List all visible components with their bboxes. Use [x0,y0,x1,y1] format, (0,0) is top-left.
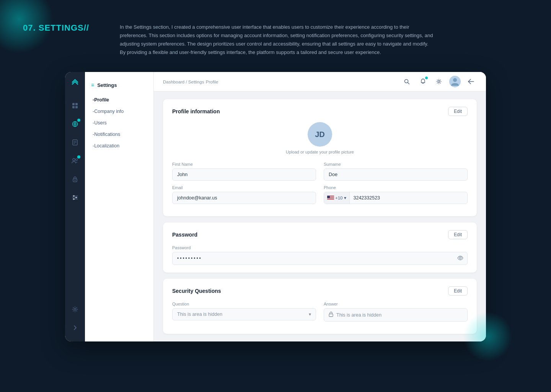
icon-sidebar [65,72,85,341]
svg-point-10 [73,158,75,161]
nav-icon-sliders[interactable] [68,191,82,204]
phone-number-input[interactable] [350,192,467,204]
phone-prefix: +10 [335,196,343,200]
svg-rect-35 [327,196,330,198]
profile-edit-button[interactable]: Edit [448,107,468,116]
password-edit-button[interactable]: Edit [448,230,468,239]
svg-point-18 [75,197,77,198]
nav-icon-document[interactable] [68,136,82,149]
avatar[interactable]: JD [308,122,332,147]
answer-group: Answer This is area is hidden [324,302,468,322]
password-wrapper: ••••••••• [172,252,468,265]
header-description: In the Settings section, I created a com… [120,23,434,57]
section-title: SETTINGS// [39,23,89,33]
settings-nav-company[interactable]: -Company info [85,106,153,117]
nav-icon-settings-bottom[interactable] [68,302,82,316]
svg-rect-3 [75,106,78,108]
svg-point-23 [438,81,440,83]
settings-sidebar-title: Settings [97,82,117,88]
svg-rect-33 [327,199,334,200]
bell-button[interactable] [417,76,429,87]
settings-header: ≡ Settings [85,78,153,94]
nav-icon-globe-badge [77,119,80,122]
nav-icon-users-badge [77,155,80,158]
bell-badge [425,77,428,79]
first-name-group: First Name [172,162,316,181]
top-bar: Dashboard / Settings Profile [154,72,486,91]
svg-rect-32 [327,199,334,199]
back-button[interactable] [465,76,477,87]
phone-dropdown-icon: ▾ [344,195,346,201]
nav-icon-grid[interactable] [68,99,82,113]
security-card-header: Security Questions Edit [172,286,468,296]
password-card: Password Edit Password ••••••••• [163,222,477,273]
phone-label: Phone [324,185,468,190]
section-number: 07. [23,23,36,33]
breadcrumb: Dashboard / Settings Profile [163,78,218,85]
security-row: Question This is area is hidden ▾ Answer [172,302,468,322]
question-select[interactable]: This is area is hidden [177,312,309,317]
surname-input[interactable] [324,168,468,181]
svg-point-17 [73,195,75,197]
settings-nav-users[interactable]: -Users [85,117,153,129]
svg-point-11 [76,159,78,161]
search-button[interactable] [401,76,412,87]
brand-icon [71,78,79,89]
surname-label: Surname [324,162,468,167]
first-name-label: First Name [172,162,316,167]
breadcrumb-path: Dashboard / Settings [163,80,204,84]
top-bar-actions [401,76,477,87]
surname-group: Surname [324,162,468,181]
answer-text: This is area is hidden [336,312,381,318]
nav-icon-globe[interactable] [68,117,82,131]
svg-point-20 [74,309,76,310]
svg-point-13 [75,180,76,181]
phone-flag-selector[interactable]: +10 ▾ [324,192,350,204]
answer-lock-icon [329,312,333,318]
password-label: Password [172,245,468,250]
svg-rect-0 [72,103,75,105]
first-name-input[interactable] [172,168,316,181]
user-avatar[interactable] [449,76,461,87]
contact-row: Email Phone [172,185,468,204]
security-card-title: Security Questions [172,288,221,294]
svg-rect-2 [72,106,75,108]
page-section-title: 07. SETTINGS// [23,23,89,33]
main-content: Dashboard / Settings Profile [154,72,486,341]
svg-rect-37 [329,314,333,317]
answer-wrapper: This is area is hidden [324,308,468,322]
password-toggle-icon[interactable] [453,252,467,265]
phone-group: Phone [324,185,468,204]
profile-info-card: Profile information Edit JD Upload or up… [163,99,477,216]
app-container: ≡ Settings -Profile -Company info -Users… [65,72,486,341]
question-group: Question This is area is hidden ▾ [172,302,316,322]
svg-point-25 [453,78,457,82]
breadcrumb-current: Profile [206,80,218,84]
settings-sidebar: ≡ Settings -Profile -Company info -Users… [85,72,154,341]
svg-rect-34 [327,200,334,201]
menu-icon: ≡ [91,82,94,88]
password-dots: ••••••••• [173,253,453,264]
svg-point-19 [73,198,75,200]
answer-label: Answer [324,302,468,306]
nav-icon-chevron-right[interactable] [68,321,82,335]
security-edit-button[interactable]: Edit [448,286,468,296]
settings-nav-localization[interactable]: -Localization [85,140,153,152]
email-label: Email [172,185,316,190]
settings-nav-notifications[interactable]: -Notifications [85,129,153,140]
email-group: Email [172,185,316,204]
svg-line-22 [408,82,409,84]
question-chevron-icon: ▾ [309,312,311,317]
gear-button[interactable] [433,76,445,87]
password-card-title: Password [172,232,197,238]
nav-icon-lock[interactable] [68,172,82,186]
settings-nav-profile[interactable]: -Profile [85,94,153,106]
question-select-wrapper: This is area is hidden ▾ [172,308,316,320]
svg-point-36 [460,257,461,259]
email-input[interactable] [172,192,316,204]
nav-icon-users[interactable] [68,154,82,168]
content-area: Profile information Edit JD Upload or up… [154,91,486,341]
security-card: Security Questions Edit Question This is… [163,279,477,334]
password-group: Password ••••••••• [172,245,468,265]
profile-card-header: Profile information Edit [172,107,468,116]
